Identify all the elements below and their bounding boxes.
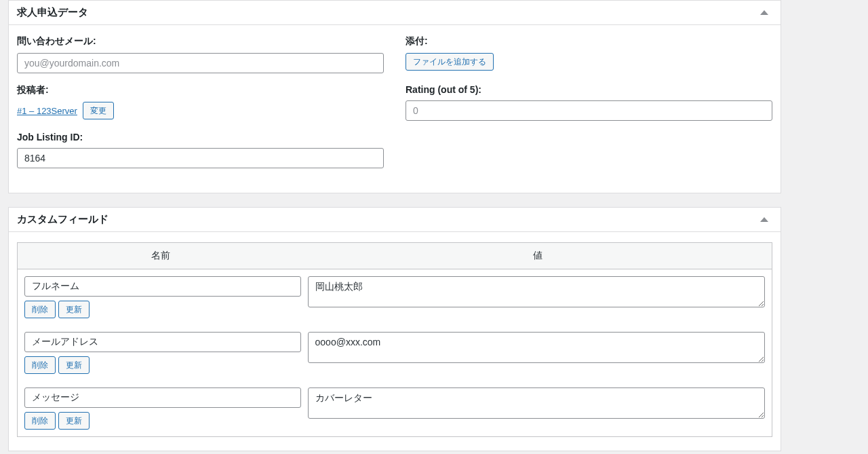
custom-fields-panel: カスタムフィールド 名前 値 削除 更新 [8,207,781,451]
job-listing-id-label: Job Listing ID: [17,132,384,143]
attachment-label: 添付: [406,35,772,48]
delete-button[interactable]: 削除 [24,356,56,374]
update-button[interactable]: 更新 [58,356,90,374]
job-listing-id-input[interactable] [17,148,384,168]
column-header-value: 値 [304,243,772,269]
cf-value-textarea[interactable] [308,276,765,307]
panel-title: カスタムフィールド [17,213,108,226]
update-button[interactable]: 更新 [58,301,90,318]
job-application-data-panel: 求人申込データ 問い合わせメール: 添付: ファイルを追加する 投稿者: #1 … [8,0,781,193]
contact-email-field: 問い合わせメール: [17,35,384,73]
delete-button[interactable]: 削除 [24,301,56,318]
cf-name-input[interactable] [24,332,301,352]
add-file-button[interactable]: ファイルを追加する [406,53,494,71]
collapse-toggle-icon[interactable] [760,217,768,222]
collapse-toggle-icon[interactable] [760,10,768,15]
rating-input[interactable] [406,100,772,121]
rating-field: Rating (out of 5): [406,84,772,121]
cf-value-textarea[interactable] [308,332,765,363]
posted-by-field: 投稿者: #1 – 123Server 変更 [17,84,384,121]
table-row: 削除 更新 [18,381,772,436]
update-button[interactable]: 更新 [58,412,90,430]
rating-label: Rating (out of 5): [406,84,772,95]
contact-email-label: 問い合わせメール: [17,35,384,48]
change-author-button[interactable]: 変更 [83,102,114,119]
custom-fields-table: 名前 値 削除 更新 [17,242,772,437]
delete-button[interactable]: 削除 [24,412,56,430]
column-header-name: 名前 [18,243,304,269]
attachment-field: 添付: ファイルを追加する [406,35,772,73]
job-listing-id-field: Job Listing ID: [17,132,384,168]
contact-email-input[interactable] [17,53,384,73]
posted-by-label: 投稿者: [17,84,384,96]
table-row: 削除 更新 [18,325,772,381]
cf-value-textarea[interactable] [308,387,765,419]
panel-header: カスタムフィールド [9,208,781,232]
table-row: 削除 更新 [18,269,772,325]
cf-name-input[interactable] [24,387,301,408]
panel-title: 求人申込データ [17,6,88,19]
author-link[interactable]: #1 – 123Server [17,106,77,116]
panel-body: 問い合わせメール: 添付: ファイルを追加する 投稿者: #1 – 123Ser… [9,25,781,193]
cf-name-input[interactable] [24,276,301,297]
panel-body: 名前 値 削除 更新 [9,232,781,451]
panel-header: 求人申込データ [9,1,781,25]
